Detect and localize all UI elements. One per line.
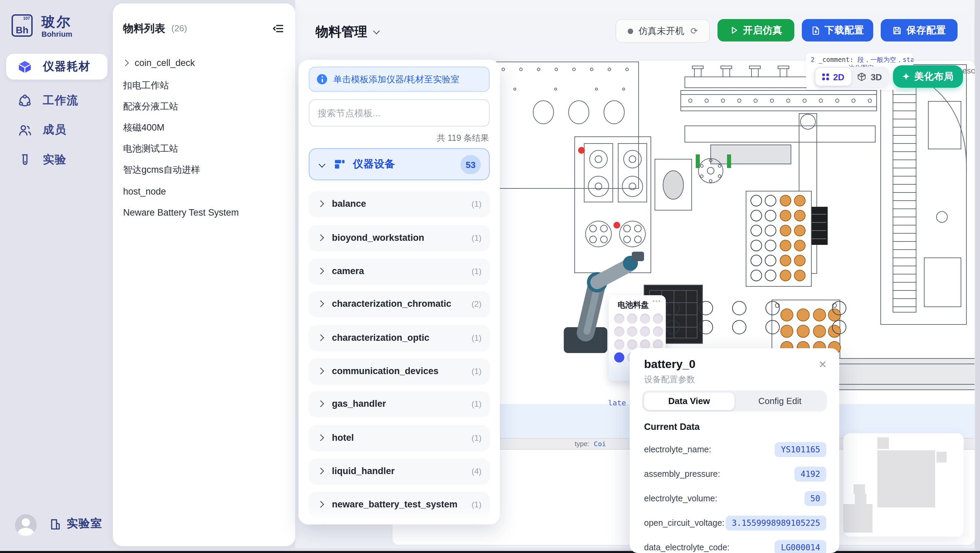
field-row: data_electrolyte_code:LG000014: [644, 539, 826, 553]
sparkles-icon: ✦: [902, 72, 910, 81]
template-count: (1): [472, 500, 482, 509]
tab-config-edit[interactable]: Config Edit: [735, 392, 825, 410]
workflow-icon: [18, 94, 32, 108]
tray-slot[interactable]: [653, 314, 663, 324]
sidebar-item-workflow[interactable]: 工作流: [6, 88, 107, 113]
template-row-neware[interactable]: neware_battery_test_system(1): [309, 492, 490, 517]
template-name: balance: [332, 199, 366, 209]
brand-logo[interactable]: 107 Bh 玻尔 Bohrium: [11, 14, 72, 38]
sidebar-item-instruments[interactable]: 仪器耗材: [6, 54, 107, 80]
template-row-liquid[interactable]: liquid_handler(4): [309, 459, 490, 484]
type-label: type:: [575, 440, 589, 448]
tray-slot[interactable]: [614, 327, 624, 337]
field-label: electrolyte_name:: [644, 445, 711, 454]
tray-slot[interactable]: [627, 327, 637, 337]
status-dot-icon: [628, 28, 633, 33]
template-name: gas_handler: [332, 398, 386, 409]
template-row-camera[interactable]: camera(1): [309, 258, 490, 284]
sidebar-item-experiments[interactable]: 实验: [6, 147, 107, 173]
template-row-chromatic[interactable]: characterization_chromatic(2): [309, 291, 490, 316]
template-count: (1): [472, 399, 482, 408]
beautify-layout-button[interactable]: ✦ 美化布局: [893, 65, 963, 88]
brand-text: 玻尔 Bohrium: [41, 14, 72, 38]
chevron-right-icon: [317, 334, 324, 341]
tray-slot[interactable]: [614, 314, 624, 324]
minimap[interactable]: [843, 433, 964, 537]
tab-data-view[interactable]: Data View: [644, 392, 735, 410]
mode-2d-button[interactable]: 2D: [815, 68, 851, 86]
sidebar-item-label: 工作流: [43, 93, 78, 108]
template-row-optic[interactable]: characterization_optic(1): [309, 325, 490, 350]
template-name: neware_battery_test_system: [332, 499, 457, 510]
refresh-icon[interactable]: ⟳: [690, 27, 698, 35]
template-row-hotel[interactable]: hotel(1): [309, 425, 490, 450]
view-mode-toggle: 2D 3D: [814, 67, 889, 87]
field-row: electrolyte_name:YS101165: [644, 441, 826, 458]
close-icon[interactable]: ✕: [818, 359, 827, 369]
start-button-label: 开启仿真: [743, 24, 783, 37]
tray-slot[interactable]: [640, 327, 650, 337]
field-value: 50: [804, 491, 826, 506]
tray-slot[interactable]: [614, 339, 624, 350]
avatar[interactable]: [15, 514, 37, 536]
mode-3d-button[interactable]: 3D: [851, 68, 888, 86]
template-row-bioyond[interactable]: bioyond_workstation(1): [309, 225, 490, 250]
download-config-button[interactable]: 下载配置: [802, 19, 873, 41]
mode-2d-label: 2D: [833, 72, 844, 82]
tray-slot[interactable]: [627, 339, 637, 350]
template-row-gas[interactable]: gas_handler(1): [309, 391, 490, 416]
chevron-right-icon: [317, 234, 324, 241]
plate-label-fragment: late: [608, 398, 626, 408]
start-simulation-button[interactable]: 开启仿真: [718, 19, 794, 41]
material-item[interactable]: 智达gcms自动进样: [123, 161, 285, 179]
material-item-label: Neware Battery Test System: [123, 207, 239, 217]
material-item-expandable[interactable]: coin_cell_deck: [123, 54, 285, 72]
template-row-communication[interactable]: communication_devices(1): [309, 359, 490, 384]
sidebar-item-members[interactable]: 成员: [6, 117, 107, 143]
material-item[interactable]: 电池测试工站: [123, 140, 285, 158]
page-title-dropdown[interactable]: 物料管理: [315, 23, 379, 41]
template-name: communication_devices: [332, 366, 439, 376]
logo-superscript: 107: [23, 16, 30, 21]
tray-slot-selected[interactable]: [614, 352, 624, 363]
app-window: 107 Bh 玻尔 Bohrium 仪器耗材 工作流 成员: [0, 0, 980, 553]
tray-slot[interactable]: [653, 327, 663, 337]
simulation-status-pill[interactable]: 仿真未开机 ⟳: [616, 19, 710, 43]
template-name: bioyond_workstation: [332, 233, 424, 243]
template-count: (1): [472, 199, 482, 209]
popup-tabs: Data View Config Edit: [642, 390, 827, 411]
material-item[interactable]: 核磁400M: [123, 119, 285, 137]
grid-2d-icon: [822, 74, 829, 80]
info-icon: [317, 74, 327, 84]
material-item[interactable]: host_node: [123, 182, 285, 200]
tray-slot[interactable]: [640, 314, 650, 324]
template-name: liquid_handler: [332, 466, 395, 476]
lab-switcher[interactable]: 实验室: [49, 516, 102, 531]
brand-name-zh: 玻尔: [41, 14, 72, 29]
comment-prefix: 2: [811, 56, 815, 63]
material-item-label: 智达gcms自动进样: [123, 164, 200, 176]
materials-title: 物料列表: [123, 22, 165, 36]
tray-slot[interactable]: [627, 314, 637, 324]
tray-menu-icon[interactable]: •••: [652, 298, 661, 305]
bohrium-logo-icon: 107 Bh: [11, 14, 33, 37]
collapse-panel-icon[interactable]: [272, 22, 284, 35]
save-config-button[interactable]: 保存配置: [881, 19, 958, 41]
material-item[interactable]: 扣电工作站: [123, 77, 285, 94]
group-instruments[interactable]: 仪器设备 53: [309, 148, 490, 180]
search-input[interactable]: [309, 99, 490, 126]
minimap-block: [877, 437, 889, 449]
chevron-down-icon: [319, 161, 325, 168]
device-config-popup: battery_0 设备配置参数 ✕ Data View Config Edit…: [630, 348, 839, 553]
status-text: 仿真未开机: [639, 25, 684, 37]
template-name: hotel: [332, 433, 354, 443]
material-item[interactable]: Neware Battery Test System: [123, 203, 285, 221]
template-row-balance[interactable]: balance(1): [309, 191, 490, 216]
template-name: camera: [332, 266, 364, 276]
material-item[interactable]: 配液分液工站: [123, 98, 285, 116]
template-name: characterization_optic: [332, 333, 430, 343]
field-value: YS101165: [775, 442, 826, 457]
minimap-block: [853, 484, 865, 494]
chevron-right-icon: [317, 468, 324, 475]
minimap-block: [937, 452, 947, 462]
